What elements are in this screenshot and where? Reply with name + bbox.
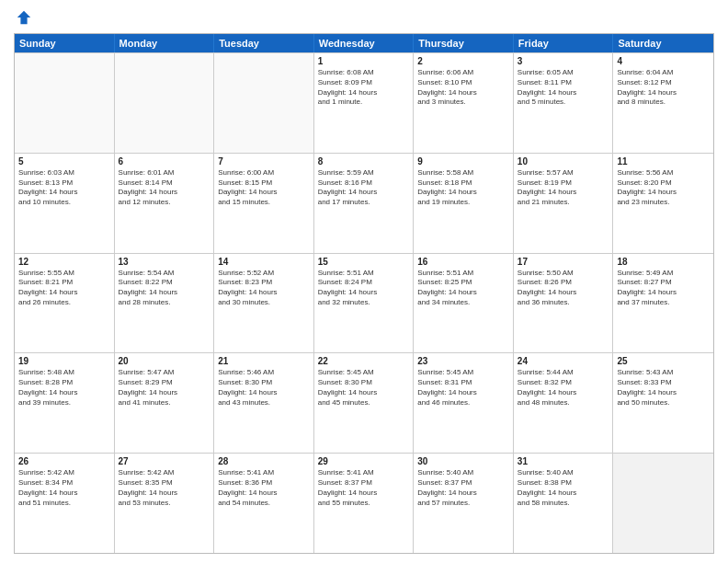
day-number: 30 xyxy=(417,456,509,466)
calendar-week-2: 5Sunrise: 6:03 AM Sunset: 8:13 PM Daylig… xyxy=(15,153,713,253)
calendar-week-5: 26Sunrise: 5:42 AM Sunset: 8:34 PM Dayli… xyxy=(15,453,713,553)
page-header xyxy=(14,9,714,26)
calendar-cell: 29Sunrise: 5:41 AM Sunset: 8:37 PM Dayli… xyxy=(314,454,415,553)
day-number: 28 xyxy=(218,456,310,466)
calendar-cell xyxy=(613,454,713,553)
calendar-week-3: 12Sunrise: 5:55 AM Sunset: 8:21 PM Dayli… xyxy=(15,253,713,353)
cell-info: Sunrise: 5:41 AM Sunset: 8:37 PM Dayligh… xyxy=(318,468,410,508)
day-number: 20 xyxy=(119,356,210,366)
cell-info: Sunrise: 6:08 AM Sunset: 8:09 PM Dayligh… xyxy=(318,68,410,108)
calendar-week-1: 1Sunrise: 6:08 AM Sunset: 8:09 PM Daylig… xyxy=(15,52,713,153)
day-number: 31 xyxy=(518,456,609,466)
day-number: 9 xyxy=(417,156,509,167)
cell-info: Sunrise: 5:52 AM Sunset: 8:23 PM Dayligh… xyxy=(218,269,310,308)
day-number: 12 xyxy=(18,257,110,267)
calendar-cell: 11Sunrise: 5:56 AM Sunset: 8:20 PM Dayli… xyxy=(613,154,713,253)
calendar-cell: 17Sunrise: 5:50 AM Sunset: 8:26 PM Dayli… xyxy=(514,254,614,353)
day-number: 8 xyxy=(318,156,410,167)
header-wednesday: Wednesday xyxy=(314,34,415,52)
cell-info: Sunrise: 5:46 AM Sunset: 8:30 PM Dayligh… xyxy=(218,368,310,408)
header-tuesday: Tuesday xyxy=(214,34,314,52)
cell-info: Sunrise: 5:48 AM Sunset: 8:28 PM Dayligh… xyxy=(18,368,110,408)
calendar-cell: 25Sunrise: 5:43 AM Sunset: 8:33 PM Dayli… xyxy=(613,353,713,453)
calendar: Sunday Monday Tuesday Wednesday Thursday… xyxy=(14,33,714,554)
day-number: 26 xyxy=(18,456,110,466)
cell-info: Sunrise: 6:03 AM Sunset: 8:13 PM Dayligh… xyxy=(18,168,110,208)
calendar-cell: 28Sunrise: 5:41 AM Sunset: 8:36 PM Dayli… xyxy=(214,454,314,553)
cell-info: Sunrise: 5:40 AM Sunset: 8:38 PM Dayligh… xyxy=(518,468,609,508)
calendar-cell: 12Sunrise: 5:55 AM Sunset: 8:21 PM Dayli… xyxy=(15,254,115,353)
cell-info: Sunrise: 5:55 AM Sunset: 8:21 PM Dayligh… xyxy=(18,269,110,308)
cell-info: Sunrise: 5:59 AM Sunset: 8:16 PM Dayligh… xyxy=(318,168,410,208)
calendar-cell: 26Sunrise: 5:42 AM Sunset: 8:34 PM Dayli… xyxy=(15,454,115,553)
calendar-cell: 18Sunrise: 5:49 AM Sunset: 8:27 PM Dayli… xyxy=(613,254,713,353)
calendar-cell: 23Sunrise: 5:45 AM Sunset: 8:31 PM Dayli… xyxy=(414,353,514,453)
calendar-cell: 9Sunrise: 5:58 AM Sunset: 8:18 PM Daylig… xyxy=(414,154,514,253)
day-number: 16 xyxy=(417,257,509,267)
day-number: 22 xyxy=(318,356,410,366)
calendar-cell: 22Sunrise: 5:45 AM Sunset: 8:30 PM Dayli… xyxy=(314,353,415,453)
calendar-cell: 2Sunrise: 6:06 AM Sunset: 8:10 PM Daylig… xyxy=(414,53,514,153)
cell-info: Sunrise: 5:49 AM Sunset: 8:27 PM Dayligh… xyxy=(617,269,710,308)
calendar-cell xyxy=(15,53,115,153)
cell-info: Sunrise: 6:00 AM Sunset: 8:15 PM Dayligh… xyxy=(218,168,310,208)
day-number: 17 xyxy=(518,257,609,267)
day-number: 3 xyxy=(518,56,609,66)
calendar-cell: 4Sunrise: 6:04 AM Sunset: 8:12 PM Daylig… xyxy=(613,53,713,153)
calendar-cell: 21Sunrise: 5:46 AM Sunset: 8:30 PM Dayli… xyxy=(214,353,314,453)
day-number: 27 xyxy=(119,456,210,466)
calendar-cell: 30Sunrise: 5:40 AM Sunset: 8:37 PM Dayli… xyxy=(414,454,514,553)
calendar-cell: 7Sunrise: 6:00 AM Sunset: 8:15 PM Daylig… xyxy=(214,154,314,253)
cell-info: Sunrise: 5:56 AM Sunset: 8:20 PM Dayligh… xyxy=(617,168,710,208)
day-number: 5 xyxy=(18,156,110,167)
logo xyxy=(14,9,32,26)
calendar-cell: 27Sunrise: 5:42 AM Sunset: 8:35 PM Dayli… xyxy=(115,454,215,553)
cell-info: Sunrise: 5:42 AM Sunset: 8:34 PM Dayligh… xyxy=(18,468,110,508)
day-number: 4 xyxy=(617,56,710,66)
cell-info: Sunrise: 5:45 AM Sunset: 8:30 PM Dayligh… xyxy=(318,368,410,408)
calendar-cell: 1Sunrise: 6:08 AM Sunset: 8:09 PM Daylig… xyxy=(314,53,415,153)
day-number: 21 xyxy=(218,356,310,366)
day-number: 14 xyxy=(218,257,310,267)
cell-info: Sunrise: 5:47 AM Sunset: 8:29 PM Dayligh… xyxy=(119,368,210,408)
calendar-cell: 16Sunrise: 5:51 AM Sunset: 8:25 PM Dayli… xyxy=(414,254,514,353)
day-number: 29 xyxy=(318,456,410,466)
calendar-page: Sunday Monday Tuesday Wednesday Thursday… xyxy=(0,0,728,563)
calendar-cell: 3Sunrise: 6:05 AM Sunset: 8:11 PM Daylig… xyxy=(514,53,614,153)
calendar-cell: 31Sunrise: 5:40 AM Sunset: 8:38 PM Dayli… xyxy=(514,454,614,553)
cell-info: Sunrise: 5:51 AM Sunset: 8:25 PM Dayligh… xyxy=(417,269,509,308)
cell-info: Sunrise: 6:05 AM Sunset: 8:11 PM Dayligh… xyxy=(518,68,609,108)
cell-info: Sunrise: 6:06 AM Sunset: 8:10 PM Dayligh… xyxy=(417,68,509,108)
day-number: 1 xyxy=(318,56,410,66)
calendar-cell xyxy=(115,53,215,153)
cell-info: Sunrise: 6:01 AM Sunset: 8:14 PM Dayligh… xyxy=(119,168,210,208)
calendar-cell: 6Sunrise: 6:01 AM Sunset: 8:14 PM Daylig… xyxy=(115,154,215,253)
day-number: 23 xyxy=(417,356,509,366)
day-number: 13 xyxy=(119,257,210,267)
header-thursday: Thursday xyxy=(414,34,514,52)
calendar-cell: 14Sunrise: 5:52 AM Sunset: 8:23 PM Dayli… xyxy=(214,254,314,353)
cell-info: Sunrise: 5:42 AM Sunset: 8:35 PM Dayligh… xyxy=(119,468,210,508)
day-number: 25 xyxy=(617,356,710,366)
header-saturday: Saturday xyxy=(613,34,713,52)
cell-info: Sunrise: 6:04 AM Sunset: 8:12 PM Dayligh… xyxy=(617,68,710,108)
cell-info: Sunrise: 5:50 AM Sunset: 8:26 PM Dayligh… xyxy=(518,269,609,308)
calendar-cell: 13Sunrise: 5:54 AM Sunset: 8:22 PM Dayli… xyxy=(115,254,215,353)
cell-info: Sunrise: 5:41 AM Sunset: 8:36 PM Dayligh… xyxy=(218,468,310,508)
calendar-header: Sunday Monday Tuesday Wednesday Thursday… xyxy=(15,34,713,52)
cell-info: Sunrise: 5:51 AM Sunset: 8:24 PM Dayligh… xyxy=(318,269,410,308)
cell-info: Sunrise: 5:58 AM Sunset: 8:18 PM Dayligh… xyxy=(417,168,509,208)
svg-marker-0 xyxy=(17,11,30,24)
cell-info: Sunrise: 5:54 AM Sunset: 8:22 PM Dayligh… xyxy=(119,269,210,308)
header-friday: Friday xyxy=(514,34,614,52)
header-monday: Monday xyxy=(115,34,215,52)
logo-icon xyxy=(16,9,32,26)
cell-info: Sunrise: 5:57 AM Sunset: 8:19 PM Dayligh… xyxy=(518,168,609,208)
calendar-week-4: 19Sunrise: 5:48 AM Sunset: 8:28 PM Dayli… xyxy=(15,352,713,453)
calendar-cell: 20Sunrise: 5:47 AM Sunset: 8:29 PM Dayli… xyxy=(115,353,215,453)
day-number: 15 xyxy=(318,257,410,267)
cell-info: Sunrise: 5:43 AM Sunset: 8:33 PM Dayligh… xyxy=(617,368,710,408)
calendar-cell xyxy=(214,53,314,153)
day-number: 6 xyxy=(119,156,210,167)
day-number: 7 xyxy=(218,156,310,167)
